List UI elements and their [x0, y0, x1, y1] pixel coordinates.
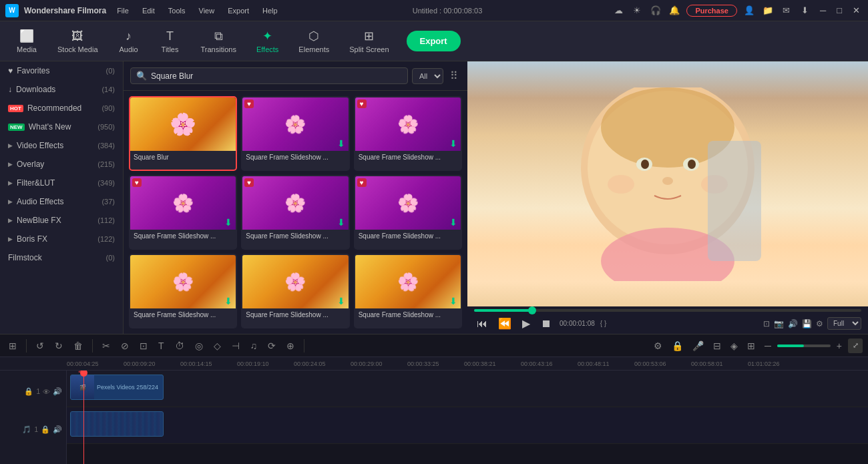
playhead[interactable]: ✂ [83, 371, 84, 464]
play-button[interactable]: ▶ [519, 316, 533, 331]
crop-button[interactable]: ⊘ [118, 338, 132, 353]
mask-button[interactable]: ◎ [192, 338, 206, 353]
menu-file[interactable]: File [112, 5, 134, 16]
audio-vol-icon[interactable]: 🔊 [53, 425, 62, 434]
menu-edit[interactable]: Edit [137, 5, 160, 16]
zoom-slider[interactable] [777, 344, 831, 347]
stop-button[interactable]: ⏹ [538, 316, 554, 331]
close-button[interactable]: ✕ [850, 5, 863, 15]
zoom-out-button[interactable]: ─ [761, 338, 775, 353]
save-frame-button[interactable]: 💾 [802, 319, 812, 328]
filter-dropdown[interactable]: All [412, 68, 443, 84]
grid-toggle-icon[interactable]: ⠿ [447, 67, 461, 85]
panel-item-filter-lut[interactable]: ▶ Filter&LUT (349) [0, 174, 123, 192]
progress-handle[interactable] [528, 306, 536, 314]
effect-card-7[interactable]: 🌸 ⬇ Square Frame Slideshow ... [129, 254, 237, 328]
effect-card-4[interactable]: ♥ 🌸 ⬇ Square Frame Slideshow ... [129, 175, 237, 250]
panel-item-newblue-fx[interactable]: ▶ NewBlue FX (112) [0, 211, 123, 230]
video-lock-icon[interactable]: 🔒 [24, 387, 33, 396]
video-eye-icon[interactable]: 👁 [43, 388, 50, 396]
panel-item-overlay[interactable]: ▶ Overlay (215) [0, 155, 123, 174]
toolbar-audio[interactable]: ♪ Audio [109, 27, 149, 56]
audio-clip[interactable] [70, 411, 164, 437]
toolbar-split-screen[interactable]: ⊞ Split Screen [340, 26, 398, 56]
undo-button[interactable]: ↺ [33, 338, 47, 353]
toolbar-media[interactable]: ⬜ Media [7, 26, 47, 56]
download-icon-2: ⬇ [337, 138, 345, 149]
track-settings-button[interactable]: ⚙ [650, 338, 666, 353]
keyframe-button[interactable]: ◇ [210, 338, 224, 353]
purchase-button[interactable]: Purchase [686, 5, 737, 17]
menu-view[interactable]: View [194, 5, 220, 16]
track-protect-button[interactable]: 🔒 [668, 338, 686, 353]
zoom-level-select[interactable]: Full 50% 25% [827, 317, 861, 330]
download-icon[interactable]: ⬇ [799, 4, 812, 17]
sun-icon[interactable]: ☀ [630, 4, 644, 17]
speed-button[interactable]: ⟳ [264, 338, 279, 353]
effect-card-8[interactable]: 🌸 ⬇ Square Frame Slideshow ... [241, 254, 349, 328]
avatar-icon[interactable]: 👤 [742, 4, 756, 17]
minimize-button[interactable]: ─ [817, 5, 829, 15]
effect-card-2[interactable]: ♥ 🌸 ⬇ Square Frame Slideshow ... [241, 96, 349, 171]
folder-icon[interactable]: 📁 [761, 4, 775, 17]
effect-card-5[interactable]: ♥ 🌸 ⬇ Square Frame Slideshow ... [241, 175, 349, 250]
maximize-button[interactable]: □ [834, 5, 845, 15]
toolbar-stock-media[interactable]: 🖼 Stock Media [48, 27, 107, 56]
effect-card-9[interactable]: 🌸 ⬇ Square Frame Slideshow ... [354, 254, 462, 328]
cut-button[interactable]: ✂ [99, 338, 114, 353]
audio-detach-button[interactable]: ♫ [247, 338, 261, 353]
menu-tools[interactable]: Tools [163, 5, 191, 16]
panel-item-recommended[interactable]: HOT Recommended (90) [0, 99, 123, 118]
timeline-tracks: 🔒 1 👁 🔊 🎵 1 🔒 🔊 ✂ [0, 371, 868, 464]
video-clip[interactable]: 🎬 Pexels Videos 258/224 [70, 375, 164, 400]
panel-item-boris-fx[interactable]: ▶ Boris FX (122) [0, 230, 123, 248]
video-volume-icon[interactable]: 🔊 [53, 387, 62, 396]
screenshot-button[interactable]: 📷 [774, 319, 784, 328]
transform-button[interactable]: ⊡ [136, 338, 151, 353]
panel-item-audio-effects[interactable]: ▶ Audio Effects (37) [0, 192, 123, 211]
notification-icon[interactable]: 🔔 [668, 4, 681, 17]
titlebar-menu: File Edit Tools View Export Help [112, 5, 282, 16]
volume-button[interactable]: 🔊 [788, 319, 798, 328]
zoom-in-button[interactable]: + [833, 338, 845, 353]
search-input[interactable] [151, 71, 402, 81]
audio-effects-arrow: ▶ [8, 198, 13, 205]
track-split-button[interactable]: ⊞ [744, 338, 758, 353]
panel-item-filmstock[interactable]: Filmstock (0) [0, 248, 123, 267]
settings-button[interactable]: ⚙ [816, 319, 823, 328]
menu-help[interactable]: Help [257, 5, 283, 16]
mail-icon[interactable]: ✉ [780, 4, 793, 17]
progress-track[interactable] [474, 309, 861, 312]
audio-lock-icon[interactable]: 🔒 [41, 425, 50, 434]
cloud-icon[interactable]: ☁ [612, 4, 625, 17]
panel-item-favorites[interactable]: ♥ Favorites (0) [0, 61, 123, 80]
toolbar-elements[interactable]: ⬡ Elements [289, 26, 339, 56]
delete-button[interactable]: 🗑 [70, 338, 86, 353]
menu-export[interactable]: Export [222, 5, 254, 16]
time-remap-button[interactable]: ⏱ [172, 338, 188, 353]
fit-to-screen-button[interactable]: ⊡ [763, 319, 770, 328]
track-ai-button[interactable]: ◈ [727, 338, 741, 353]
timeline-fullscreen-button[interactable]: ⤢ [848, 338, 863, 353]
track-align-button[interactable]: ⊟ [710, 338, 724, 353]
panel-item-downloads[interactable]: ↓ Downloads (14) [0, 80, 123, 99]
timeline-grid-button[interactable]: ⊞ [5, 338, 20, 353]
effect-card-6[interactable]: ♥ 🌸 ⬇ Square Frame Slideshow ... [354, 175, 462, 250]
text-button[interactable]: T [155, 338, 168, 353]
step-back-button[interactable]: ⏪ [495, 316, 514, 331]
track-mic-button[interactable]: 🎤 [689, 338, 707, 353]
toolbar-transitions[interactable]: ⧉ Transitions [192, 27, 246, 56]
stabilize-button[interactable]: ⊕ [283, 338, 298, 353]
skip-back-button[interactable]: ⏮ [474, 316, 490, 331]
redo-button[interactable]: ↻ [51, 338, 66, 353]
panel-item-whats-new[interactable]: NEW What's New (950) [0, 118, 123, 136]
toolbar-effects[interactable]: ✦ Effects [247, 26, 288, 56]
headset-icon[interactable]: 🎧 [649, 4, 662, 17]
export-button[interactable]: Export [407, 31, 461, 51]
toolbar-titles[interactable]: T Titles [150, 27, 190, 56]
search-bar: 🔍 All ⠿ [124, 61, 467, 91]
panel-item-video-effects[interactable]: ▶ Video Effects (384) [0, 136, 123, 155]
effect-card-square-blur[interactable]: 🌸 Square Blur [129, 96, 237, 171]
trim-button[interactable]: ⊣ [228, 338, 243, 353]
effect-card-3[interactable]: ♥ 🌸 ⬇ Square Frame Slideshow ... [354, 96, 462, 171]
